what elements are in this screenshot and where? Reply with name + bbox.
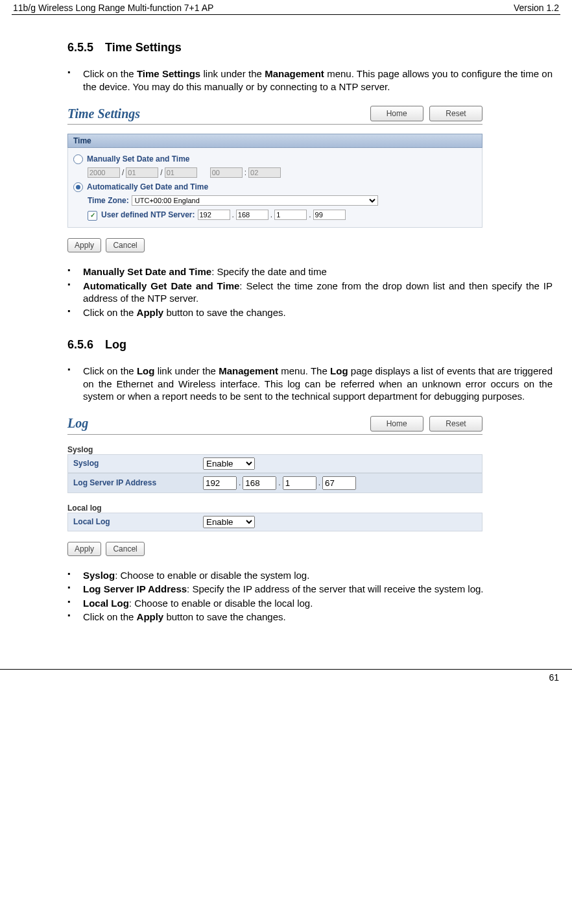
b656-3: Local Log: Choose to enable or disable t…: [67, 597, 553, 610]
auto-row[interactable]: Automatically Get Date and Time: [73, 180, 477, 193]
ntp-checkbox[interactable]: [88, 211, 97, 221]
cancel-button[interactable]: Cancel: [106, 542, 144, 556]
panel-title: Log: [67, 416, 88, 431]
page-number: 61: [0, 670, 572, 687]
apply-button[interactable]: Apply: [67, 238, 101, 252]
b656-1: Syslog: Choose to enable or disable the …: [67, 569, 553, 582]
panel-title: Time Settings: [67, 106, 140, 121]
time-section-header: Time: [67, 134, 483, 148]
header-left: 11b/g Wireless Long Range Multi-function…: [13, 3, 213, 13]
manual-radio[interactable]: [73, 154, 83, 164]
hour-input[interactable]: [210, 167, 243, 178]
ntp-row: User defined NTP Server: . . .: [73, 208, 477, 222]
timezone-select[interactable]: UTC+00:00 England: [132, 195, 378, 206]
minute-input[interactable]: [248, 167, 281, 178]
ntp-d[interactable]: [313, 210, 346, 220]
locallog-row: Local Log Enable: [67, 513, 483, 531]
time-settings-panel: Time Settings Home Reset Time Manually S…: [67, 106, 483, 252]
timezone-row: Time Zone: UTC+00:00 England: [73, 193, 477, 208]
month-input[interactable]: [126, 167, 158, 178]
year-input[interactable]: [88, 167, 120, 178]
b655-2: Automatically Get Date and Time: Select …: [67, 280, 553, 305]
day-input[interactable]: [165, 167, 197, 178]
manual-date-inputs: / / :: [73, 165, 477, 180]
b656-2: Log Server IP Address: Specify the IP ad…: [67, 583, 553, 596]
page-header: 11b/g Wireless Long Range Multi-function…: [12, 0, 560, 15]
logip-c[interactable]: [283, 476, 316, 490]
home-button[interactable]: Home: [370, 106, 423, 121]
ntp-b[interactable]: [236, 210, 268, 220]
reset-button[interactable]: Reset: [429, 416, 483, 432]
logip-d[interactable]: [322, 476, 356, 490]
header-right: Version 1.2: [514, 3, 559, 13]
b656-4: Click on the Apply button to save the ch…: [67, 611, 553, 624]
ntp-a[interactable]: [198, 210, 230, 220]
home-button[interactable]: Home: [370, 416, 423, 432]
apply-button[interactable]: Apply: [67, 542, 101, 556]
intro-656: Click on the Log link under the Manageme…: [67, 365, 553, 403]
auto-radio[interactable]: [73, 182, 83, 192]
ntp-c[interactable]: [274, 210, 307, 220]
intro-655: Click on the Time Settings link under th…: [67, 67, 553, 93]
syslog-select[interactable]: Enable: [203, 457, 255, 470]
logip-row: Log Server IP Address . . .: [67, 473, 483, 493]
cancel-button[interactable]: Cancel: [106, 238, 144, 252]
locallog-subhead: Local log: [67, 504, 483, 513]
locallog-select[interactable]: Enable: [203, 516, 255, 528]
b655-3: Click on the Apply button to save the ch…: [67, 306, 553, 319]
syslog-subhead: Syslog: [67, 445, 483, 454]
section-6-5-5-title: 6.5.5Time Settings: [67, 41, 553, 55]
reset-button[interactable]: Reset: [429, 106, 483, 121]
section-6-5-6-title: 6.5.6Log: [67, 338, 553, 352]
logip-b[interactable]: [243, 476, 276, 490]
syslog-row: Syslog Enable: [67, 454, 483, 473]
logip-a[interactable]: [203, 476, 237, 490]
manual-row[interactable]: Manually Set Date and Time: [73, 152, 477, 165]
log-panel: Log Home Reset Syslog Syslog Enable Log …: [67, 416, 483, 556]
b655-1: Manually Set Date and Time: Specify the …: [67, 265, 553, 278]
